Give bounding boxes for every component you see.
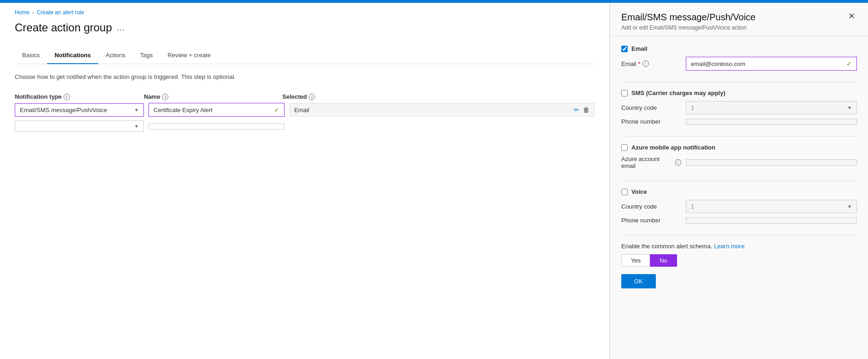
email-field-row: Email * i email@contoso.com ✓ xyxy=(621,57,857,71)
name-checkmark-icon: ✓ xyxy=(274,106,279,114)
type-dropdown-empty[interactable]: ▼ xyxy=(15,120,144,132)
breadcrumb-alert-rule[interactable]: Create an alert rule xyxy=(37,9,84,16)
type-dropdown-filled[interactable]: Email/SMS message/Push/Voice ▼ xyxy=(15,103,144,117)
name-field-filled[interactable]: Certificate Expiry Alert ✓ xyxy=(149,103,285,117)
sms-phone-row: Phone number xyxy=(621,118,857,125)
right-panel-title-block: Email/SMS message/Push/Voice Add or edit… xyxy=(621,12,755,31)
right-panel-header: Email/SMS message/Push/Voice Add or edit… xyxy=(610,3,868,36)
email-input[interactable]: email@contoso.com ✓ xyxy=(686,57,857,71)
voice-checkbox-row: Voice xyxy=(621,188,857,195)
divider-2 xyxy=(621,136,857,137)
voice-country-value: 1 xyxy=(691,203,694,210)
email-field-label: Email * i xyxy=(621,60,681,67)
azure-mobile-label: Azure mobile app notification xyxy=(631,144,715,151)
required-indicator: * xyxy=(638,60,641,67)
divider-1 xyxy=(621,82,857,82)
voice-checkbox[interactable] xyxy=(621,189,628,195)
voice-section: Voice Country code 1 ▼ Phone number xyxy=(621,188,857,224)
col-header-name: Name i xyxy=(144,93,282,100)
sms-phone-label: Phone number xyxy=(621,118,681,125)
col-header-selected: Selected i xyxy=(282,93,595,100)
col-header-type: Notification type i xyxy=(15,93,144,100)
tab-actions[interactable]: Actions xyxy=(98,47,133,64)
type-empty-chevron-icon: ▼ xyxy=(134,124,139,129)
sms-section: SMS (Carrier charges may apply) Country … xyxy=(621,90,857,125)
sms-country-label: Country code xyxy=(621,104,681,111)
action-icons: ✏ 🗑 xyxy=(574,106,589,114)
azure-account-label: Azure account email i xyxy=(621,156,681,169)
ellipsis-button[interactable]: ... xyxy=(117,23,125,33)
azure-account-row: Azure account email i xyxy=(621,156,857,169)
voice-country-label: Country code xyxy=(621,203,681,210)
page-title: Create action group xyxy=(15,21,112,34)
tab-notifications[interactable]: Notifications xyxy=(47,47,98,64)
voice-country-select[interactable]: 1 ▼ xyxy=(686,200,857,213)
sms-checkbox[interactable] xyxy=(621,90,628,96)
azure-mobile-checkbox-row: Azure mobile app notification xyxy=(621,144,857,151)
sms-country-chevron-icon: ▼ xyxy=(847,105,852,110)
type-info-icon[interactable]: i xyxy=(64,94,70,100)
email-checkbox-row: Email xyxy=(621,45,857,52)
email-label: Email xyxy=(631,45,648,52)
schema-section: Enable the common alert schema. Learn mo… xyxy=(621,235,857,288)
azure-account-input[interactable] xyxy=(686,159,857,166)
name-field-empty[interactable] xyxy=(149,123,285,130)
type-chevron-icon: ▼ xyxy=(134,108,139,113)
divider-3 xyxy=(621,180,857,181)
voice-country-chevron-icon: ▼ xyxy=(847,204,852,209)
ok-button[interactable]: OK xyxy=(621,274,656,288)
schema-label: Enable the common alert schema. Learn mo… xyxy=(621,243,857,250)
learn-more-link[interactable]: Learn more xyxy=(714,243,744,250)
right-panel: Email/SMS message/Push/Voice Add or edit… xyxy=(610,3,868,359)
azure-account-info-icon[interactable]: i xyxy=(675,159,681,166)
email-checkbox[interactable] xyxy=(621,46,628,52)
email-input-value: email@contoso.com xyxy=(691,60,846,67)
page-title-row: Create action group ... xyxy=(15,21,595,34)
voice-label: Voice xyxy=(631,188,647,195)
right-panel-subtitle: Add or edit Email/SMS message/Push/Voice… xyxy=(621,24,755,31)
tab-basics[interactable]: Basics xyxy=(15,47,47,64)
email-info-icon[interactable]: i xyxy=(642,60,649,67)
breadcrumb: Home › Create an alert rule xyxy=(15,3,595,21)
email-section: Email Email * i email@contoso.com ✓ xyxy=(621,45,857,71)
sms-country-select[interactable]: 1 ▼ xyxy=(686,101,857,114)
edit-icon[interactable]: ✏ xyxy=(574,106,579,114)
schema-toggle-group: Yes No xyxy=(621,254,857,267)
voice-phone-input[interactable] xyxy=(686,217,857,224)
sms-phone-input[interactable] xyxy=(686,119,857,125)
sms-label: SMS (Carrier charges may apply) xyxy=(631,90,725,96)
grid-header-row: Notification type i Name i Selected i xyxy=(15,93,595,100)
azure-mobile-section: Azure mobile app notification Azure acco… xyxy=(621,144,857,169)
schema-yes-toggle[interactable]: Yes xyxy=(621,254,650,267)
selected-value: Email xyxy=(294,107,309,114)
delete-icon[interactable]: 🗑 xyxy=(583,106,589,114)
right-panel-title: Email/SMS message/Push/Voice xyxy=(621,12,755,23)
table-row: Email/SMS message/Push/Voice ▼ Certifica… xyxy=(15,103,595,117)
table-row: ▼ xyxy=(15,120,595,132)
notification-grid: Notification type i Name i Selected i Em… xyxy=(15,93,595,132)
right-panel-body: Email Email * i email@contoso.com ✓ xyxy=(610,36,868,359)
breadcrumb-separator-1: › xyxy=(32,10,34,15)
schema-no-toggle[interactable]: No xyxy=(650,254,677,267)
name-info-icon[interactable]: i xyxy=(162,94,168,100)
name-value: Certificate Expiry Alert xyxy=(154,107,213,114)
sms-country-row: Country code 1 ▼ xyxy=(621,101,857,114)
voice-phone-label: Phone number xyxy=(621,217,681,224)
sms-checkbox-row: SMS (Carrier charges may apply) xyxy=(621,90,857,96)
sms-country-value: 1 xyxy=(691,104,694,111)
breadcrumb-home[interactable]: Home xyxy=(15,9,30,16)
email-valid-icon: ✓ xyxy=(846,60,852,67)
left-panel: Home › Create an alert rule Create actio… xyxy=(0,3,610,359)
voice-country-row: Country code 1 ▼ xyxy=(621,200,857,213)
page-description: Choose how to get notified when the acti… xyxy=(15,73,595,80)
tab-tags[interactable]: Tags xyxy=(133,47,160,64)
azure-mobile-checkbox[interactable] xyxy=(621,144,628,151)
voice-phone-row: Phone number xyxy=(621,217,857,224)
selected-info-icon[interactable]: i xyxy=(309,94,315,100)
type-value: Email/SMS message/Push/Voice xyxy=(20,107,107,114)
tabs-bar: Basics Notifications Actions Tags Review… xyxy=(15,47,595,64)
selected-field-filled: Email ✏ 🗑 xyxy=(289,103,595,117)
tab-review-create[interactable]: Review + create xyxy=(160,47,218,64)
close-button[interactable]: ✕ xyxy=(846,12,857,20)
